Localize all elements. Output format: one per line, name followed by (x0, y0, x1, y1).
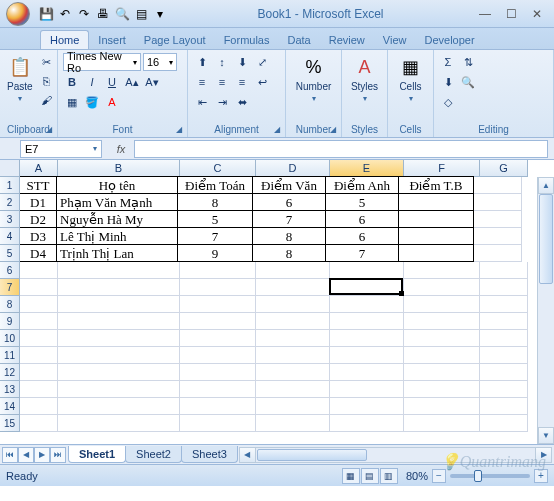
cell-E1[interactable]: Điểm Anh (325, 176, 399, 194)
cell-F2[interactable] (398, 193, 474, 211)
clipboard-dialog-launcher[interactable]: ◢ (43, 123, 55, 135)
cell-G2[interactable] (474, 194, 522, 211)
autosum-icon[interactable]: Σ (439, 53, 457, 71)
cell-G7[interactable] (480, 279, 528, 296)
zoom-slider-thumb[interactable] (474, 470, 482, 482)
row-header-3[interactable]: 3 (0, 211, 20, 228)
cell-F1[interactable]: Điểm T.B (398, 176, 474, 194)
cell-C8[interactable] (180, 296, 256, 313)
align-bottom-icon[interactable]: ⬇ (233, 53, 251, 71)
select-all-corner[interactable] (0, 160, 20, 177)
row-header-15[interactable]: 15 (0, 415, 20, 432)
save-icon[interactable]: 💾 (38, 6, 54, 22)
cell-C11[interactable] (180, 347, 256, 364)
clear-icon[interactable]: ◇ (439, 93, 457, 111)
cell-A1[interactable]: STT (20, 176, 57, 194)
cell-G8[interactable] (480, 296, 528, 313)
cell-F6[interactable] (404, 262, 480, 279)
cell-F7[interactable] (404, 279, 480, 296)
formula-input[interactable] (134, 140, 548, 158)
cells-grid[interactable]: STTHọ tênĐiểm ToánĐiểm VănĐiểm AnhĐiểm T… (20, 177, 554, 432)
cell-D14[interactable] (256, 398, 330, 415)
preview-icon[interactable]: 🔍 (114, 6, 130, 22)
scroll-right-button[interactable]: ▶ (535, 448, 551, 462)
row-header-9[interactable]: 9 (0, 313, 20, 330)
italic-button[interactable]: I (83, 73, 101, 91)
col-header-D[interactable]: D (256, 160, 330, 177)
cell-B11[interactable] (58, 347, 180, 364)
cell-E15[interactable] (330, 415, 404, 432)
cell-G9[interactable] (480, 313, 528, 330)
copy-icon[interactable]: ⎘ (38, 72, 56, 90)
tab-formulas[interactable]: Formulas (215, 31, 279, 49)
row-header-5[interactable]: 5 (0, 245, 20, 262)
cell-G6[interactable] (480, 262, 528, 279)
cell-F13[interactable] (404, 381, 480, 398)
tab-page-layout[interactable]: Page Layout (135, 31, 215, 49)
cell-A4[interactable]: D3 (20, 227, 57, 245)
fill-icon[interactable]: ⬇ (439, 73, 457, 91)
wrap-text-icon[interactable]: ↩ (253, 73, 271, 91)
cell-G10[interactable] (480, 330, 528, 347)
cell-C6[interactable] (180, 262, 256, 279)
increase-indent-icon[interactable]: ⇥ (213, 93, 231, 111)
tab-review[interactable]: Review (320, 31, 374, 49)
vertical-scrollbar[interactable]: ▲ ▼ (537, 177, 554, 444)
zoom-slider[interactable] (450, 474, 530, 478)
cell-B9[interactable] (58, 313, 180, 330)
cell-F10[interactable] (404, 330, 480, 347)
row-header-6[interactable]: 6 (0, 262, 20, 279)
cell-B8[interactable] (58, 296, 180, 313)
cell-C9[interactable] (180, 313, 256, 330)
scroll-thumb-h[interactable] (257, 449, 367, 461)
cell-E4[interactable]: 6 (325, 227, 399, 245)
alignment-dialog-launcher[interactable]: ◢ (271, 123, 283, 135)
cell-B5[interactable]: Trịnh Thị Lan (56, 244, 178, 262)
font-family-combo[interactable]: Times New Ro▾ (63, 53, 141, 71)
format-painter-icon[interactable]: 🖌 (38, 91, 56, 109)
cell-D13[interactable] (256, 381, 330, 398)
cell-C4[interactable]: 7 (177, 227, 253, 245)
sheet-nav-3[interactable]: ⏭ (50, 447, 66, 463)
sheet-tab-sheet3[interactable]: Sheet3 (181, 446, 238, 463)
cell-D10[interactable] (256, 330, 330, 347)
cell-D5[interactable]: 8 (252, 244, 326, 262)
cell-G13[interactable] (480, 381, 528, 398)
cell-B2[interactable]: Phạm Văn Mạnh (56, 193, 178, 211)
cell-E5[interactable]: 7 (325, 244, 399, 262)
cell-E7[interactable] (330, 279, 404, 296)
cell-A3[interactable]: D2 (20, 210, 57, 228)
maximize-button[interactable]: ☐ (499, 5, 523, 23)
sheet-tab-sheet2[interactable]: Sheet2 (125, 446, 182, 463)
number-dialog-launcher[interactable]: ◢ (327, 123, 339, 135)
cell-C2[interactable]: 8 (177, 193, 253, 211)
cell-F12[interactable] (404, 364, 480, 381)
align-right-icon[interactable]: ≡ (233, 73, 251, 91)
cell-G5[interactable] (474, 245, 522, 262)
cell-E13[interactable] (330, 381, 404, 398)
cell-G4[interactable] (474, 228, 522, 245)
normal-view-button[interactable]: ▦ (342, 468, 360, 484)
fx-button[interactable]: fx (112, 140, 130, 158)
cell-D12[interactable] (256, 364, 330, 381)
sheet-tab-sheet1[interactable]: Sheet1 (68, 446, 126, 463)
cell-D3[interactable]: 7 (252, 210, 326, 228)
cell-A2[interactable]: D1 (20, 193, 57, 211)
cell-E3[interactable]: 6 (325, 210, 399, 228)
cell-F3[interactable] (398, 210, 474, 228)
zoom-in-button[interactable]: + (534, 469, 548, 483)
tab-developer[interactable]: Developer (415, 31, 483, 49)
name-box[interactable]: E7▾ (20, 140, 102, 158)
cell-C5[interactable]: 9 (177, 244, 253, 262)
cell-F14[interactable] (404, 398, 480, 415)
sheet-nav-2[interactable]: ▶ (34, 447, 50, 463)
cell-F8[interactable] (404, 296, 480, 313)
find-icon[interactable]: 🔍 (459, 73, 477, 91)
bold-button[interactable]: B (63, 73, 81, 91)
cut-icon[interactable]: ✂ (38, 53, 56, 71)
page-break-view-button[interactable]: ▥ (380, 468, 398, 484)
row-header-7[interactable]: 7 (0, 279, 20, 296)
scroll-thumb-v[interactable] (539, 194, 553, 284)
cell-A5[interactable]: D4 (20, 244, 57, 262)
cell-D11[interactable] (256, 347, 330, 364)
